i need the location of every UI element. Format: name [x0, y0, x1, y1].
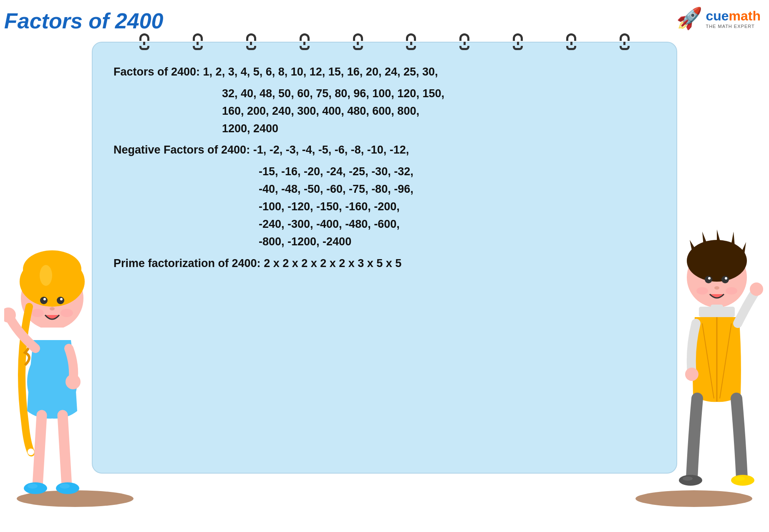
svg-rect-38: [711, 305, 723, 317]
negative-line4: -100, -120, -150, -160, -200,: [113, 198, 656, 216]
svg-point-44: [735, 477, 745, 481]
spiral-10: [619, 33, 630, 52]
svg-point-15: [66, 374, 81, 389]
factors-values-1: 1, 2, 3, 4, 5, 6, 8, 10, 12, 15, 16, 20,…: [203, 66, 438, 78]
negative-line5: -240, -300, -400, -480, -600,: [113, 216, 656, 233]
spiral-3: [245, 33, 257, 52]
notebook: Factors of 2400: 1, 2, 3, 4, 5, 6, 8, 10…: [92, 42, 677, 474]
svg-point-43: [683, 477, 693, 481]
svg-point-19: [60, 484, 70, 489]
prime-value: 2 x 2 x 2 x 2 x 2 x 3 x 5 x 5: [264, 257, 401, 270]
svg-point-27: [705, 276, 712, 283]
svg-point-7: [60, 298, 63, 300]
svg-point-9: [31, 309, 44, 317]
factors-line4: 1200, 2400: [113, 120, 656, 138]
spiral-1: [139, 33, 150, 52]
svg-point-5: [57, 297, 64, 304]
svg-point-32: [696, 287, 708, 295]
logo-text: cuemath THE MATH EXPERT: [706, 8, 761, 29]
svg-point-8: [50, 307, 55, 310]
notebook-spirals: [93, 33, 676, 52]
boy-character: [669, 194, 765, 511]
spiral-4: [299, 33, 310, 52]
svg-point-33: [726, 287, 737, 295]
svg-point-29: [708, 277, 711, 280]
factors-line: Factors of 2400: 1, 2, 3, 4, 5, 6, 8, 10…: [113, 63, 656, 81]
negative-factors-line: Negative Factors of 2400: -1, -2, -3, -4…: [113, 141, 656, 159]
spiral-6: [405, 33, 417, 52]
spiral-8: [512, 33, 524, 52]
svg-point-6: [43, 298, 46, 300]
svg-point-28: [721, 276, 729, 283]
svg-point-31: [714, 286, 719, 290]
svg-point-40: [750, 282, 763, 296]
prime-label: Prime factorization of 2400:: [113, 257, 261, 270]
spiral-9: [565, 33, 577, 52]
negative-line3: -40, -48, -50, -60, -75, -80, -96,: [113, 181, 656, 198]
negative-label: Negative Factors of 2400:: [113, 144, 250, 156]
girl-character: [4, 194, 100, 511]
spiral-7: [459, 33, 470, 52]
svg-point-10: [61, 309, 73, 317]
logo-tagline: THE MATH EXPERT: [706, 24, 754, 29]
svg-point-12: [40, 265, 52, 286]
negative-line6: -800, -1200, -2400: [113, 233, 656, 251]
negative-line2: -15, -16, -20, -24, -25, -30, -32,: [113, 163, 656, 181]
svg-point-18: [28, 484, 38, 489]
rocket-icon: 🚀: [676, 6, 702, 30]
svg-point-4: [40, 297, 48, 304]
factors-line3: 160, 200, 240, 300, 400, 480, 600, 800,: [113, 103, 656, 120]
logo-math: math: [729, 8, 761, 24]
logo-cue: cue: [706, 8, 729, 24]
spiral-2: [192, 33, 204, 52]
negative-values-1: -1, -2, -3, -4, -5, -6, -8, -10, -12,: [253, 144, 409, 156]
svg-point-39: [685, 368, 698, 381]
svg-point-30: [725, 277, 727, 280]
logo: 🚀 cuemath THE MATH EXPERT: [676, 6, 761, 30]
spiral-5: [352, 33, 364, 52]
factors-label: Factors of 2400:: [113, 66, 200, 78]
svg-point-3: [23, 250, 81, 288]
svg-point-11: [28, 449, 34, 455]
prime-line: Prime factorization of 2400: 2 x 2 x 2 x…: [113, 255, 656, 272]
page-title: Factors of 2400: [4, 8, 164, 33]
factors-line2: 32, 40, 48, 50, 60, 75, 80, 96, 100, 120…: [113, 85, 656, 103]
notebook-content: Factors of 2400: 1, 2, 3, 4, 5, 6, 8, 10…: [113, 63, 656, 460]
svg-rect-13: [38, 328, 67, 340]
